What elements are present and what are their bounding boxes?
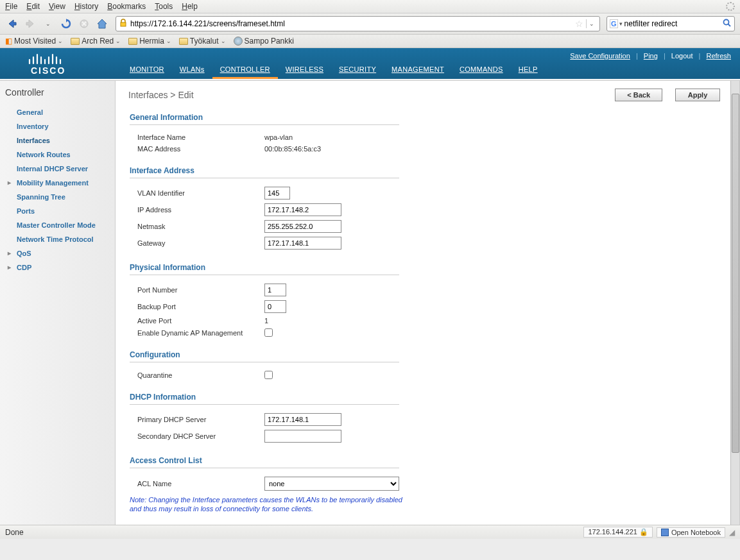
status-text: Done (5, 528, 24, 537)
backup-port-label: Backup Port (137, 303, 264, 310)
sidebar-item-interfaces[interactable]: Interfaces (5, 133, 110, 148)
bookmark-label: Työkalut (190, 37, 219, 46)
back-button[interactable]: < Back (615, 89, 662, 101)
most-visited-icon: ◧ (5, 37, 12, 46)
menu-edit[interactable]: Edit (26, 2, 40, 11)
sidebar-item-mobility-management[interactable]: Mobility Management (5, 176, 110, 190)
active-port-label: Active Port (137, 317, 264, 325)
globe-icon (234, 37, 243, 46)
scrollbar[interactable] (730, 81, 739, 525)
nav-controller[interactable]: CONTROLLER (212, 62, 278, 79)
nav-history-dropdown[interactable]: ⌄ (41, 17, 55, 31)
search-input[interactable] (624, 19, 723, 28)
sidebar-item-network-routes[interactable]: Network Routes (5, 148, 110, 162)
sidebar-item-internal-dhcp[interactable]: Internal DHCP Server (5, 162, 110, 176)
reload-icon[interactable] (59, 17, 73, 31)
resize-grip-icon[interactable]: ◢ (729, 528, 735, 537)
scrollbar-thumb[interactable] (732, 94, 739, 453)
folder-icon (71, 38, 80, 45)
menu-file[interactable]: File (5, 2, 17, 11)
cisco-top-links: Save Configuration | Ping | Logout | Ref… (569, 52, 732, 60)
logout-link[interactable]: Logout (671, 52, 693, 60)
nav-wlans[interactable]: WLANs (172, 62, 212, 79)
cisco-header: CISCO Save Configuration | Ping | Logout… (0, 48, 740, 79)
url-history-dropdown[interactable]: ⌄ (586, 19, 597, 28)
sidebar-item-qos[interactable]: QoS (5, 246, 110, 260)
bookmark-most-visited[interactable]: ◧ Most Visited⌄ (5, 37, 63, 46)
sidebar-item-master-controller-mode[interactable]: Master Controller Mode (5, 218, 110, 232)
folder-icon (128, 38, 137, 45)
bookmark-arch-red[interactable]: Arch Red⌄ (71, 37, 121, 46)
svg-point-2 (724, 20, 729, 25)
bookmark-sampo-pankki[interactable]: Sampo Pankki (234, 37, 294, 46)
menu-tools[interactable]: Tools (155, 2, 173, 11)
refresh-link[interactable]: Refresh (706, 52, 731, 60)
backup-port-input[interactable] (264, 300, 286, 313)
gateway-input[interactable] (264, 237, 341, 250)
menu-bookmarks[interactable]: Bookmarks (107, 2, 146, 11)
vlan-id-input[interactable] (264, 187, 290, 199)
sidebar-item-ports[interactable]: Ports (5, 204, 110, 218)
cisco-nav: MONITOR WLANs CONTROLLER WIRELESS SECURI… (122, 62, 546, 79)
menu-view[interactable]: View (49, 2, 65, 11)
primary-dhcp-input[interactable] (264, 413, 341, 426)
nav-monitor[interactable]: MONITOR (122, 62, 172, 79)
section-acl: Access Control List (130, 456, 399, 468)
section-interface-address: Interface Address (130, 166, 399, 178)
netmask-input[interactable] (264, 220, 341, 233)
bookmark-star-icon[interactable]: ☆ (575, 19, 583, 29)
google-icon: G (610, 19, 618, 28)
bookmark-label: Arch Red (82, 37, 114, 46)
svg-text:CISCO: CISCO (31, 65, 65, 76)
nav-security[interactable]: SECURITY (331, 62, 384, 79)
sidebar-item-inventory[interactable]: Inventory (5, 119, 110, 133)
search-bar[interactable]: G ▾ (607, 16, 735, 31)
forward-icon[interactable] (23, 17, 37, 31)
content-area: Interfaces > Edit < Back Apply General I… (116, 81, 739, 525)
back-icon[interactable] (5, 17, 19, 31)
port-number-label: Port Number (137, 286, 264, 294)
throbber-icon (726, 2, 735, 11)
bookmark-hermia[interactable]: Hermia⌄ (128, 37, 171, 46)
open-notebook-button[interactable]: Open Notebook (657, 527, 725, 538)
nav-wireless[interactable]: WIRELESS (278, 62, 331, 79)
svg-rect-1 (121, 22, 126, 26)
ip-address-input[interactable] (264, 203, 341, 216)
home-icon[interactable] (95, 17, 109, 31)
statusbar: Done 172.16.144.221 🔒 Open Notebook ◢ (0, 525, 740, 539)
port-number-input[interactable] (264, 284, 286, 296)
bookmark-label: Sampo Pankki (245, 37, 294, 46)
url-bar[interactable]: ☆ ⌄ (116, 16, 600, 31)
vlan-id-label: VLAN Identifier (137, 189, 264, 197)
sidebar-item-ntp[interactable]: Network Time Protocol (5, 232, 110, 246)
search-engine-dropdown[interactable]: ▾ (619, 21, 623, 27)
dynamic-ap-checkbox[interactable] (264, 328, 273, 337)
netmask-label: Netmask (137, 223, 264, 230)
sidebar-item-spanning-tree[interactable]: Spanning Tree (5, 190, 110, 204)
search-go-icon[interactable] (723, 19, 732, 29)
primary-dhcp-label: Primary DHCP Server (137, 416, 264, 423)
sidebar-item-cdp[interactable]: CDP (5, 260, 110, 275)
stop-icon[interactable] (77, 17, 91, 31)
save-config-link[interactable]: Save Configuration (570, 52, 630, 60)
secondary-dhcp-input[interactable] (264, 430, 341, 443)
bookmark-tyokalut[interactable]: Työkalut⌄ (179, 37, 226, 46)
bookmarks-bar: ◧ Most Visited⌄ Arch Red⌄ Hermia⌄ Työkal… (0, 35, 740, 48)
nav-commands[interactable]: COMMANDS (452, 62, 511, 79)
bookmark-label: Most Visited (14, 37, 56, 46)
quarantine-label: Quarantine (137, 371, 264, 379)
sidebar-item-general[interactable]: General (5, 105, 110, 119)
lock-icon (119, 19, 128, 29)
menu-help[interactable]: Help (182, 2, 198, 11)
url-input[interactable] (130, 19, 575, 28)
ping-link[interactable]: Ping (644, 52, 658, 60)
menu-history[interactable]: History (74, 2, 98, 11)
status-host: 172.16.144.221 🔒 (583, 527, 653, 538)
dynamic-ap-label: Enable Dynamic AP Management (137, 329, 264, 337)
nav-management[interactable]: MANAGEMENT (384, 62, 452, 79)
quarantine-checkbox[interactable] (264, 371, 273, 379)
acl-name-select[interactable]: none (264, 477, 399, 491)
apply-button[interactable]: Apply (675, 89, 720, 101)
nav-help[interactable]: HELP (511, 62, 546, 79)
sidebar: Controller General Inventory Interfaces … (0, 81, 116, 525)
